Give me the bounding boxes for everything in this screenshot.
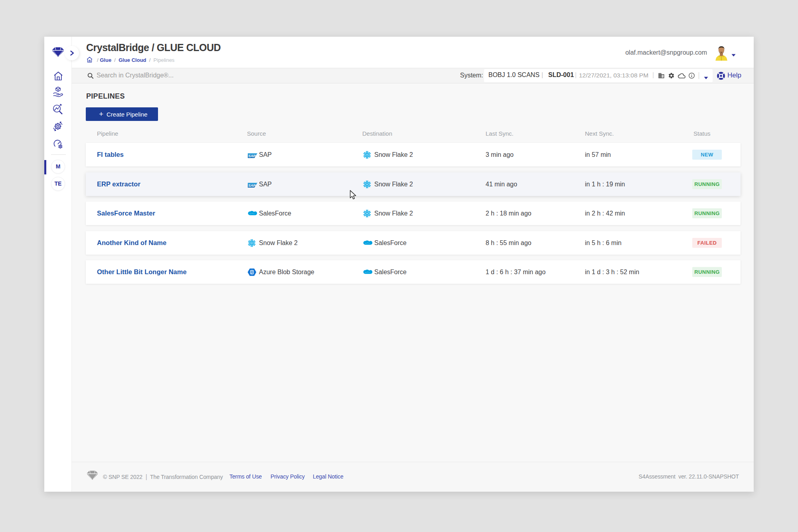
- svg-text:SAP: SAP: [248, 154, 256, 158]
- svg-text:SAP: SAP: [248, 183, 256, 187]
